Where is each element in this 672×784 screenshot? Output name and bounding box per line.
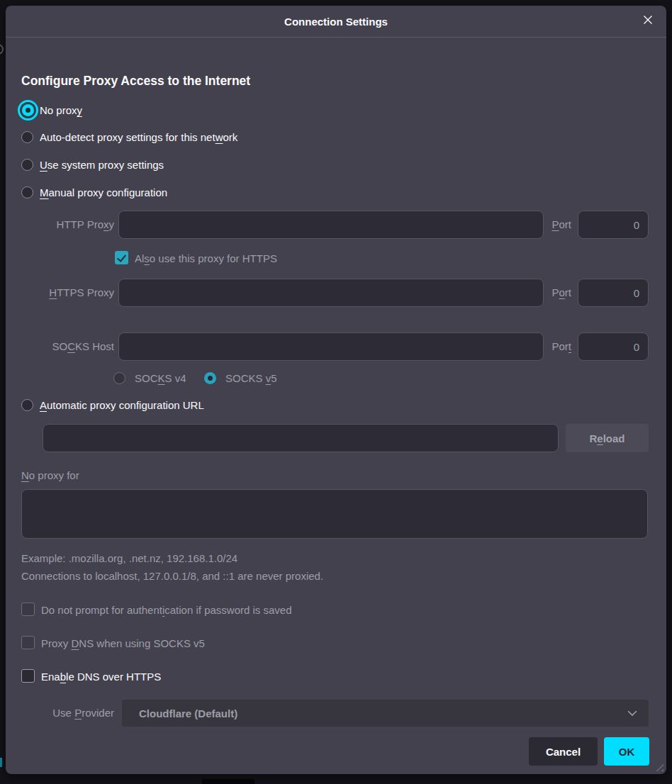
- background-page-artifact: [202, 779, 254, 784]
- radio-row-manual-proxy: Manual proxy configuration: [6, 184, 666, 202]
- radio-socks-v4[interactable]: [113, 372, 125, 384]
- radio-auto-detect[interactable]: [21, 131, 33, 143]
- chevron-down-icon: [627, 707, 637, 719]
- http-proxy-row: HTTP Proxy Port: [6, 211, 666, 239]
- https-proxy-label: HTTPS Proxy: [6, 279, 114, 307]
- radio-label-no-proxy[interactable]: No proxy: [40, 102, 82, 119]
- no-proxy-for-label: No proxy for: [21, 467, 79, 484]
- doh-provider-select[interactable]: Cloudflare (Default): [122, 700, 649, 727]
- close-button[interactable]: [639, 13, 656, 30]
- doh-provider-row: Use Provider Cloudflare (Default): [6, 700, 666, 727]
- page-title: Configure Proxy Access to the Internet: [21, 74, 250, 89]
- proxy-dns-checkbox[interactable]: [21, 636, 35, 649]
- radio-row-no-proxy: No proxy: [6, 101, 666, 120]
- also-https-label[interactable]: Also use this proxy for HTTPS: [135, 250, 277, 267]
- https-proxy-row: HTTPS Proxy Port: [6, 279, 666, 307]
- close-icon: [642, 14, 654, 28]
- cancel-button[interactable]: Cancel: [529, 737, 598, 766]
- socks-host-input[interactable]: [118, 332, 544, 361]
- radio-system-proxy[interactable]: [21, 159, 33, 171]
- socks-host-row: SOCKS Host Port: [6, 332, 666, 361]
- reload-button[interactable]: Reload: [566, 424, 649, 452]
- radio-row-system-proxy: Use system proxy settings: [6, 156, 666, 174]
- socks-version-row: SOCKS v4 SOCKS v5: [6, 370, 666, 387]
- auth-prompt-label[interactable]: Do not prompt for authentication if pass…: [41, 602, 292, 619]
- auto-url-row: Reload: [6, 424, 666, 452]
- background-page-artifact: [0, 758, 2, 767]
- http-proxy-label: HTTP Proxy: [6, 211, 114, 239]
- radio-label-socks-v5[interactable]: SOCKS v5: [225, 370, 277, 387]
- background-page-artifact: [0, 44, 4, 55]
- proxy-dns-row: Proxy DNS when using SOCKS v5: [6, 635, 666, 652]
- radio-no-proxy[interactable]: [22, 104, 34, 116]
- doh-provider-label: Use Provider: [6, 700, 114, 727]
- radio-label-manual-proxy[interactable]: Manual proxy configuration: [40, 184, 167, 201]
- socks-host-label: SOCKS Host: [6, 332, 114, 361]
- https-port-input[interactable]: [578, 279, 649, 307]
- https-port-label: Port: [546, 279, 571, 307]
- enable-doh-label[interactable]: Enable DNS over HTTPS: [41, 668, 161, 685]
- radio-auto-url[interactable]: [21, 399, 33, 411]
- radio-label-auto-url[interactable]: Automatic proxy configuration URL: [40, 397, 204, 414]
- radio-row-auto-detect: Auto-detect proxy settings for this netw…: [6, 128, 666, 147]
- enable-doh-row: Enable DNS over HTTPS: [6, 668, 666, 685]
- doh-provider-value: Cloudflare (Default): [139, 707, 627, 719]
- localhost-hint: Connections to localhost, 127.0.0.1/8, a…: [21, 568, 323, 585]
- localhost-hint-row: Connections to localhost, 127.0.0.1/8, a…: [6, 568, 666, 585]
- also-https-checkbox[interactable]: [115, 251, 128, 264]
- radio-socks-v5[interactable]: [204, 372, 216, 384]
- dialog-titlebar: Connection Settings: [6, 6, 666, 38]
- http-proxy-input[interactable]: [118, 211, 544, 239]
- no-proxy-for-textarea[interactable]: [21, 489, 648, 539]
- enable-doh-checkbox[interactable]: [21, 669, 35, 683]
- dialog-footer: Cancel OK: [6, 737, 666, 766]
- proxy-dns-label[interactable]: Proxy DNS when using SOCKS v5: [41, 635, 205, 652]
- socks-port-input[interactable]: [578, 332, 649, 361]
- radio-label-auto-detect[interactable]: Auto-detect proxy settings for this netw…: [40, 129, 237, 146]
- connection-settings-dialog: Connection Settings Configure Proxy Acce…: [6, 6, 666, 774]
- ok-button[interactable]: OK: [604, 737, 649, 766]
- auth-prompt-checkbox[interactable]: [21, 603, 35, 616]
- also-https-row: Also use this proxy for HTTPS: [6, 250, 666, 267]
- radio-row-auto-url: Automatic proxy configuration URL: [6, 396, 666, 415]
- radio-manual-proxy[interactable]: [21, 186, 33, 198]
- example-hint-row: Example: .mozilla.org, .net.nz, 192.168.…: [6, 550, 666, 567]
- example-hint: Example: .mozilla.org, .net.nz, 192.168.…: [21, 550, 237, 567]
- auth-prompt-row: Do not prompt for authentication if pass…: [6, 602, 666, 619]
- dialog-title: Connection Settings: [284, 16, 388, 28]
- radio-label-system-proxy[interactable]: Use system proxy settings: [40, 157, 164, 174]
- no-proxy-for-row: No proxy for: [6, 467, 666, 484]
- socks-port-label: Port: [546, 332, 571, 361]
- https-proxy-input[interactable]: [118, 279, 544, 307]
- http-port-label: Port: [546, 211, 571, 239]
- radio-label-socks-v4[interactable]: SOCKS v4: [135, 370, 186, 387]
- http-port-input[interactable]: [578, 211, 649, 239]
- auto-url-input[interactable]: [43, 424, 559, 452]
